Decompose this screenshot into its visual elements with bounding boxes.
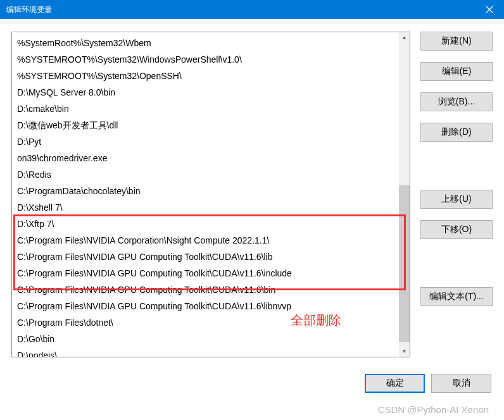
list-item[interactable]: on39\chromedriver.exe	[12, 150, 399, 166]
button-column: 新建(N) 编辑(E) 浏览(B)... 删除(D) 上移(U) 下移(O) 编…	[420, 32, 493, 357]
list-item[interactable]: C:\Program Files\dotnet\	[12, 314, 399, 331]
list-item[interactable]: D:\cmake\bin	[12, 101, 399, 117]
scroll-down-arrow[interactable]: ▼	[399, 346, 410, 357]
list-item[interactable]: C:\Program Files\NVIDIA GPU Computing To…	[12, 281, 399, 298]
browse-button[interactable]: 浏览(B)...	[420, 92, 493, 111]
spacer	[420, 153, 493, 190]
close-icon	[486, 6, 493, 13]
watermark: CSDN @Python-AI Xenon	[378, 404, 489, 415]
list-item[interactable]: %SystemRoot%\System32\Wbem	[12, 35, 399, 51]
list-item[interactable]: C:\ProgramData\chocolatey\bin	[12, 183, 399, 199]
scroll-up-arrow[interactable]: ▲	[399, 32, 410, 43]
list-item[interactable]: D:\微信web开发者工具\dll	[12, 117, 399, 133]
delete-button[interactable]: 删除(D)	[420, 123, 493, 142]
close-button[interactable]	[475, 0, 504, 19]
move-up-button[interactable]: 上移(U)	[420, 190, 493, 209]
scrollbar-thumb[interactable]	[399, 185, 410, 342]
scrollbar-track[interactable]: ▲ ▼	[399, 32, 410, 357]
list-item[interactable]: D:\Pyt	[12, 133, 399, 150]
list-scroll-area: %SystemRoot%\System32\Wbem %SYSTEMROOT%\…	[12, 32, 399, 357]
dialog-footer: 确定 取消	[0, 364, 504, 403]
path-listbox[interactable]: %SystemRoot%\System32\Wbem %SYSTEMROOT%\…	[11, 32, 410, 357]
move-down-button[interactable]: 下移(O)	[420, 220, 493, 239]
dialog-body: %SystemRoot%\System32\Wbem %SYSTEMROOT%\…	[0, 19, 504, 364]
list-item[interactable]: D:\Xshell 7\	[12, 199, 399, 216]
list-item[interactable]: D:\Xftp 7\	[12, 216, 399, 232]
edit-button[interactable]: 编辑(E)	[420, 62, 493, 81]
list-item[interactable]: C:\Program Files\NVIDIA GPU Computing To…	[12, 298, 399, 314]
list-item[interactable]: C:\Program Files\NVIDIA Corporation\Nsig…	[12, 232, 399, 249]
ok-button[interactable]: 确定	[365, 374, 425, 393]
list-item[interactable]: C:\Program Files\NVIDIA GPU Computing To…	[12, 265, 399, 281]
window-title: 编辑环境变量	[6, 4, 475, 15]
list-item[interactable]: D:\Go\bin	[12, 331, 399, 347]
list-item[interactable]: D:\Redis	[12, 166, 399, 183]
titlebar: 编辑环境变量	[0, 0, 504, 19]
new-button[interactable]: 新建(N)	[420, 32, 493, 51]
list-item[interactable]: %SYSTEMROOT%\System32\OpenSSH\	[12, 68, 399, 84]
spacer	[420, 250, 493, 287]
cancel-button[interactable]: 取消	[431, 374, 491, 393]
list-item[interactable]: D:\nodejs\	[12, 347, 399, 357]
edit-text-button[interactable]: 编辑文本(T)...	[420, 287, 493, 306]
list-item[interactable]: D:\MySQL Server 8.0\bin	[12, 84, 399, 101]
list-item[interactable]: C:\Program Files\NVIDIA GPU Computing To…	[12, 249, 399, 265]
list-item[interactable]: %SYSTEMROOT%\System32\WindowsPowerShell\…	[12, 51, 399, 68]
